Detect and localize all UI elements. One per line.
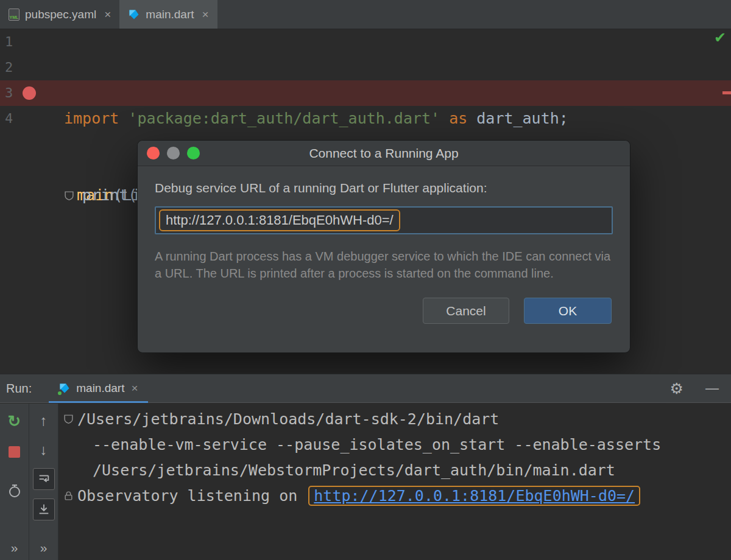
console-line: Observatory listening on http://127.0.0.… (58, 483, 731, 508)
close-window-button[interactable] (147, 147, 160, 159)
console-text: /Users/jetbrains/Downloads/dart-sdk-2/bi… (77, 410, 499, 428)
run-toolbar-left: ↻ » (0, 404, 29, 560)
cancel-button[interactable]: Cancel (423, 298, 509, 324)
editor-tab-bar: YML pubspec.yaml × main.dart × (0, 0, 731, 29)
line-number: 4 (5, 106, 13, 131)
console-line: /Users/jetbrains/Downloads/dart-sdk-2/bi… (58, 406, 731, 432)
hide-panel-icon[interactable]: — (705, 382, 719, 395)
console-text: --enable-vm-service --pause_isolates_on_… (93, 436, 661, 453)
tab-pubspec-yaml[interactable]: YML pubspec.yaml × (0, 0, 119, 29)
run-toolbar-console: ↑ ↓ » (29, 404, 58, 560)
running-indicator-dot (57, 390, 63, 396)
breakpoint-stripe-mark[interactable] (722, 91, 731, 94)
code-token: print( (64, 183, 137, 208)
dialog-description: A running Dart process has a VM debugger… (155, 248, 613, 282)
down-stack-trace-icon[interactable]: ↓ (40, 443, 48, 457)
close-tab-icon[interactable]: × (104, 8, 111, 21)
ok-button[interactable]: OK (524, 298, 612, 324)
line-number: 3 (5, 80, 13, 106)
dialog-title-bar[interactable]: Connect to a Running App (138, 141, 630, 166)
console-output[interactable]: /Users/jetbrains/Downloads/dart-sdk-2/bi… (58, 404, 731, 560)
timer-icon[interactable] (7, 483, 22, 498)
soft-wrap-toggle-icon[interactable] (33, 468, 55, 490)
more-actions-chevrons-icon[interactable]: » (11, 541, 18, 555)
close-run-tab-icon[interactable]: × (131, 382, 138, 395)
close-tab-icon[interactable]: × (202, 8, 209, 21)
tab-label: pubspec.yaml (25, 8, 96, 21)
rerun-icon[interactable]: ↻ (8, 413, 21, 429)
code-line-4[interactable]: 4 print('Hello world: ${dart_auth.calcul… (0, 106, 731, 131)
up-stack-trace-icon[interactable]: ↑ (40, 413, 48, 428)
zoom-window-button[interactable] (187, 147, 200, 159)
debug-url-label: Debug service URL of a running Dart or F… (155, 181, 613, 195)
run-tab-label: main.dart (76, 382, 124, 395)
line-number: 1 (5, 29, 13, 55)
yaml-file-icon: YML (9, 9, 19, 21)
console-text: /Users/jetbrains/WebstormProjects/dart_a… (93, 461, 615, 479)
debug-url-value[interactable]: http://127.0.0.1:8181/EbqE0hWH-d0=/ (159, 209, 400, 231)
more-console-actions-chevrons-icon[interactable]: » (40, 541, 48, 555)
debug-url-input[interactable]: http://127.0.0.1:8181/EbqE0hWH-d0=/ (155, 206, 613, 234)
tab-main-dart[interactable]: main.dart × (119, 0, 217, 29)
run-panel-label: Run: (6, 382, 32, 396)
line-number: 2 (5, 55, 13, 80)
settings-gear-icon[interactable]: ⚙ (670, 381, 683, 396)
run-tool-window-header: Run: main.dart × ⚙ — (0, 374, 731, 403)
dialog-title: Connect to a Running App (309, 146, 458, 161)
dart-file-icon (128, 9, 140, 21)
observatory-url-link[interactable]: http://127.0.0.1:8181/EbqE0hWH-d0=/ (308, 486, 640, 506)
run-tab-main-dart[interactable]: main.dart × (49, 374, 147, 403)
code-line-1[interactable]: 1 import 'package:dart_auth/dart_auth.da… (0, 29, 731, 55)
dialog-buttons: Cancel OK (155, 298, 613, 324)
fold-marker-icon[interactable] (63, 414, 74, 424)
console-text: Observatory listening on (77, 487, 306, 505)
breakpoint-icon[interactable] (23, 86, 36, 100)
console-line: --enable-vm-service --pause_isolates_on_… (58, 432, 731, 457)
console-line: /Users/jetbrains/WebstormProjects/dart_a… (58, 457, 731, 483)
code-line-2[interactable]: 2 (0, 55, 731, 80)
scroll-to-end-toggle-icon[interactable] (33, 499, 55, 520)
connect-dialog: Connect to a Running App Debug service U… (137, 140, 630, 353)
tab-label: main.dart (146, 8, 194, 21)
run-console-area: ↻ » ↑ ↓ » (0, 404, 731, 560)
lock-fold-icon[interactable] (63, 491, 74, 501)
dart-file-icon (58, 382, 71, 394)
window-controls (147, 147, 200, 159)
minimize-window-button[interactable] (167, 147, 180, 159)
inspections-ok-check-icon: ✔ (714, 30, 726, 45)
stop-icon[interactable] (9, 446, 20, 458)
code-line-3[interactable]: 3 main(List<String> arguments) { (0, 80, 731, 106)
